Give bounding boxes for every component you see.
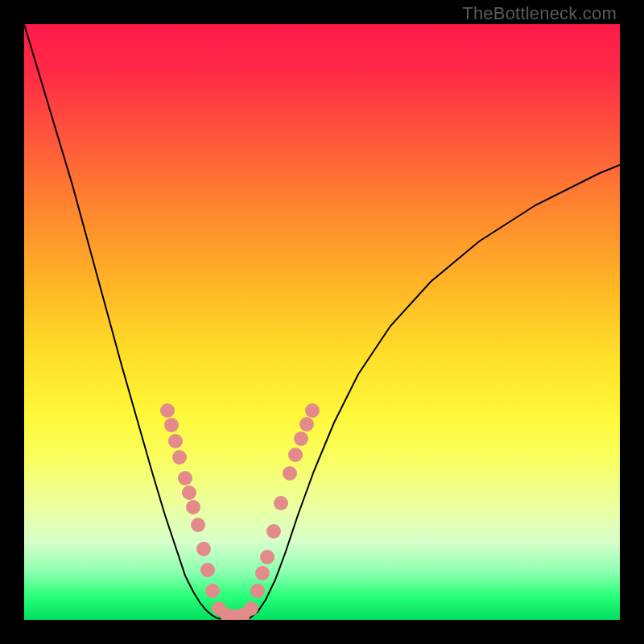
data-marker <box>274 496 288 510</box>
data-markers <box>160 403 320 620</box>
watermark-text: TheBottleneck.com <box>462 3 617 24</box>
data-marker <box>266 524 281 539</box>
data-marker <box>160 403 175 418</box>
data-marker <box>244 601 258 616</box>
data-marker <box>164 418 179 432</box>
data-marker <box>178 471 192 485</box>
data-marker <box>168 434 183 448</box>
data-marker <box>172 450 187 464</box>
data-marker <box>260 550 275 564</box>
curve-svg <box>24 24 620 620</box>
data-marker <box>196 542 211 556</box>
bottleneck-curve <box>24 24 620 619</box>
data-marker <box>288 448 303 462</box>
data-marker <box>305 403 320 418</box>
data-marker <box>182 485 196 500</box>
plot-area <box>24 24 620 620</box>
data-marker <box>191 518 205 532</box>
data-marker <box>250 584 265 598</box>
data-marker <box>283 466 297 481</box>
chart-frame: TheBottleneck.com <box>0 0 644 644</box>
data-marker <box>299 417 314 431</box>
data-marker <box>255 566 270 580</box>
data-marker <box>294 431 308 446</box>
data-marker <box>205 584 220 598</box>
data-marker <box>200 563 215 577</box>
data-marker <box>186 500 200 514</box>
